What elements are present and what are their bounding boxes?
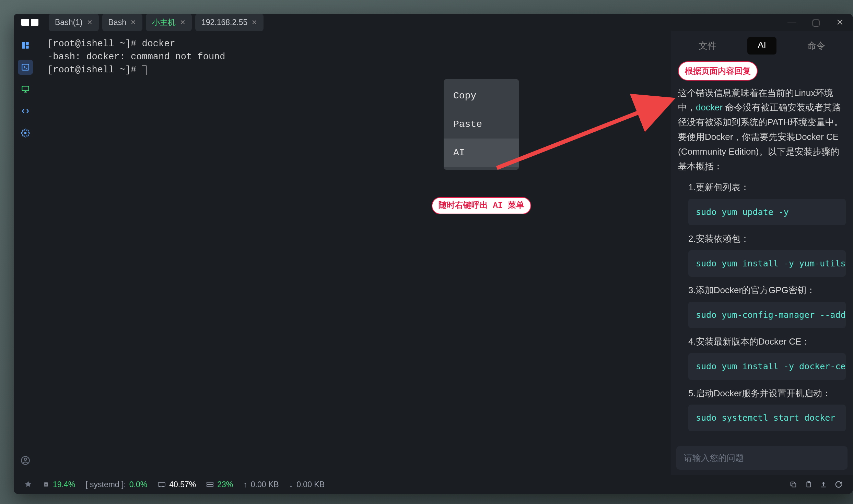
annotation-reply-hint: 根据页面内容回复 xyxy=(678,61,758,81)
svg-rect-13 xyxy=(792,483,796,487)
svg-rect-16 xyxy=(821,487,826,487)
tab-label: Bash xyxy=(108,18,126,27)
titlebar: Bash(1) ✕ Bash ✕ 小主机 ✕ 192.168.2.55 ✕ — … xyxy=(14,14,853,31)
close-icon[interactable]: ✕ xyxy=(130,18,136,26)
terminal-line: [root@ishell ~]# xyxy=(47,64,661,77)
right-tab-cmd[interactable]: 命令 xyxy=(797,37,836,55)
main-area: [root@ishell ~]# docker -bash: docker: c… xyxy=(14,31,853,475)
terminal-line: -bash: docker: command not found xyxy=(47,51,661,64)
maximize-button[interactable]: ▢ xyxy=(811,17,821,28)
sidebar-settings-icon[interactable] xyxy=(18,125,33,141)
svg-rect-9 xyxy=(45,484,47,485)
sidebar-layout-icon[interactable] xyxy=(18,38,33,53)
svg-rect-1 xyxy=(26,42,29,45)
tab-label: 小主机 xyxy=(152,17,176,28)
code-block[interactable]: sudo yum-config-manager --add- xyxy=(688,302,846,328)
code-block[interactable]: sudo yum install -y docker-ce doc xyxy=(688,353,846,380)
context-menu: Copy Paste AI xyxy=(444,79,519,170)
tab-bash-1[interactable]: Bash(1) ✕ xyxy=(49,14,99,31)
sidebar xyxy=(14,31,37,475)
app-logo xyxy=(21,19,38,26)
svg-rect-12 xyxy=(207,485,213,487)
right-tab-file[interactable]: 文件 xyxy=(688,37,727,55)
refresh-icon[interactable] xyxy=(835,481,842,488)
ai-intro: 这个错误信息意味着在当前的Linux环境中，docker 命令没有被正确安装或者… xyxy=(678,86,846,174)
tab-bar: Bash(1) ✕ Bash ✕ 小主机 ✕ 192.168.2.55 ✕ xyxy=(49,14,787,31)
status-memory: 40.57% xyxy=(157,480,196,489)
code-block[interactable]: sudo yum install -y yum-utils devi xyxy=(688,250,846,277)
svg-rect-2 xyxy=(26,46,29,49)
status-cpu: 19.4% xyxy=(43,480,75,489)
ai-step: 2.安装依赖包： xyxy=(678,231,846,246)
tab-label: 192.168.2.55 xyxy=(201,18,247,27)
svg-point-6 xyxy=(24,458,27,460)
status-bar: 19.4% [ systemd ]: 0.0% 40.57% 23% ↑0.00… xyxy=(14,475,853,494)
svg-rect-0 xyxy=(22,42,25,49)
docker-keyword: docker xyxy=(696,102,723,112)
right-panel-tabs: 文件 AI 命令 xyxy=(671,31,853,58)
svg-line-7 xyxy=(497,99,672,168)
upload-icon[interactable] xyxy=(820,481,827,488)
app-window: Bash(1) ✕ Bash ✕ 小主机 ✕ 192.168.2.55 ✕ — … xyxy=(14,14,853,494)
tab-bash[interactable]: Bash ✕ xyxy=(102,14,142,31)
svg-rect-10 xyxy=(158,483,165,486)
svg-rect-8 xyxy=(44,483,48,486)
close-icon[interactable]: ✕ xyxy=(87,18,93,26)
right-tab-ai[interactable]: AI xyxy=(747,37,776,55)
menu-copy[interactable]: Copy xyxy=(444,82,519,110)
sidebar-user-icon[interactable] xyxy=(18,453,33,468)
cursor xyxy=(142,65,147,75)
terminal[interactable]: [root@ishell ~]# docker -bash: docker: c… xyxy=(37,31,671,475)
status-process: [ systemd ]: 0.0% xyxy=(85,480,147,489)
tab-host[interactable]: 小主机 ✕ xyxy=(146,14,192,31)
minimize-button[interactable]: — xyxy=(787,17,797,28)
ai-input[interactable]: 请输入您的问题 xyxy=(676,446,848,470)
paste-icon[interactable] xyxy=(805,481,812,488)
annotation-menu-hint: 随时右键呼出 AI 菜单 xyxy=(432,197,531,214)
tab-ip[interactable]: 192.168.2.55 ✕ xyxy=(195,14,264,31)
ai-step: 4.安装最新版本的Docker CE： xyxy=(678,334,846,349)
status-disk: 23% xyxy=(206,480,233,489)
svg-rect-4 xyxy=(22,86,29,91)
copy-icon[interactable] xyxy=(790,481,797,488)
sidebar-monitor-icon[interactable] xyxy=(18,82,33,97)
status-actions xyxy=(790,481,842,488)
code-block[interactable]: sudo yum update -y xyxy=(688,199,846,225)
tab-label: Bash(1) xyxy=(55,18,83,27)
menu-paste[interactable]: Paste xyxy=(444,110,519,139)
status-download: ↓0.00 KB xyxy=(289,480,325,489)
terminal-line: [root@ishell ~]# docker xyxy=(47,38,661,51)
ai-step: 5.启动Docker服务并设置开机启动： xyxy=(678,386,846,401)
code-block[interactable]: sudo systemctl start docker xyxy=(688,405,846,431)
right-panel: 文件 AI 命令 根据页面内容回复 这个错误信息意味着在当前的Linux环境中，… xyxy=(671,31,853,475)
rocket-icon[interactable] xyxy=(24,480,32,489)
close-icon[interactable]: ✕ xyxy=(180,18,186,26)
ai-step: 3.添加Docker的官方GPG密钥： xyxy=(678,283,846,298)
menu-ai[interactable]: AI xyxy=(444,139,519,167)
sidebar-terminal-icon[interactable] xyxy=(18,60,33,75)
window-controls: — ▢ ✕ xyxy=(787,17,845,28)
sidebar-transfer-icon[interactable] xyxy=(18,104,33,119)
status-upload: ↑0.00 KB xyxy=(243,480,279,489)
svg-rect-11 xyxy=(207,482,213,484)
close-icon[interactable]: ✕ xyxy=(252,18,257,26)
close-button[interactable]: ✕ xyxy=(835,17,845,28)
ai-step: 1.更新包列表： xyxy=(678,180,846,195)
ai-content: 根据页面内容回复 这个错误信息意味着在当前的Linux环境中，docker 命令… xyxy=(671,58,853,443)
